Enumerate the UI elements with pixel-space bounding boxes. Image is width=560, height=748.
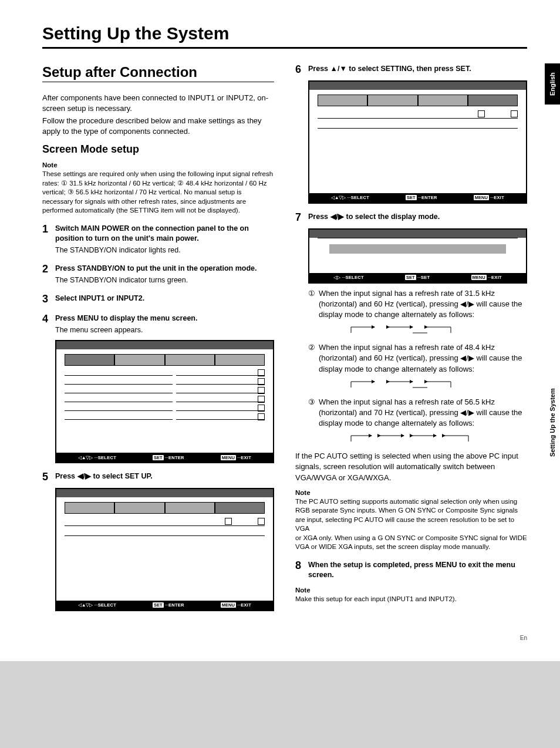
left-column: Setup after Connection After components … (42, 64, 274, 616)
note-label-3: Note (295, 587, 527, 594)
footer-select: SELECT (98, 455, 116, 460)
language-tab: English (545, 63, 560, 105)
footer-enter: ENTER (168, 455, 184, 460)
screen-mode-title: Screen Mode setup (42, 143, 274, 156)
step-6-bold: Press ▲/▼ to select SETTING, then press … (308, 65, 471, 73)
menu-screen-illustration-2: ◁▲▽▷ ···SELECT SET ···ENTER MENU ···EXIT (55, 488, 274, 611)
step-4-plain: The menu screen appears. (55, 325, 274, 336)
step-2: 2 Press STANDBY/ON to put the unit in th… (42, 264, 274, 285)
sub-item-1-text: When the input signal has a refresh rate… (319, 288, 527, 321)
step-1: 1 Switch MAIN POWER on the connection pa… (42, 224, 274, 256)
menu-screen-illustration-4: ◁▷ ···SELECT SET ···SET MENU ···EXIT (308, 228, 527, 284)
step-1-plain: The STANDBY/ON indicator lights red. (55, 245, 274, 256)
two-column-layout: Setup after Connection After components … (42, 64, 527, 616)
step-number: 2 (42, 264, 55, 285)
step-7-bold: Press ◀/▶ to select the display mode. (308, 213, 440, 221)
step-5-bold: Press ◀/▶ to select SET UP. (55, 472, 153, 480)
step-number: 4 (42, 314, 55, 335)
intro-paragraph-1: After components have been connected to … (42, 93, 274, 113)
note-label-2: Note (295, 489, 527, 496)
sub-item-2-text: When the input signal has a refresh rate… (319, 342, 527, 375)
step-8: 8 When the setup is completed, press MEN… (295, 560, 527, 581)
footer-set-btn: SET (153, 455, 164, 460)
final-note: Make this setup for each input (INPUT1 a… (295, 595, 527, 604)
menu-screen-illustration-3: ◁▲▽▷ ···SELECT SET ···ENTER MENU ···EXIT (308, 80, 527, 204)
step-7: 7 Press ◀/▶ to select the display mode. (295, 212, 527, 224)
step-8-bold: When the setup is completed, press MENU … (308, 561, 515, 579)
page-number-label: En (520, 635, 527, 641)
step-number: 8 (295, 560, 308, 581)
footer-exit: EXIT (241, 455, 251, 460)
sub-item-2: ② When the input signal has a refresh ra… (308, 342, 527, 375)
screen-mode-note: These settings are required only when us… (42, 170, 274, 215)
circled-3-icon: ③ (308, 397, 319, 429)
manual-page: English Setting Up the System Setting Up… (0, 0, 560, 661)
footer-menu-btn: MENU (221, 455, 236, 460)
circled-1-icon: ① (308, 288, 319, 321)
step-3-bold: Select INPUT1 or INPUT2. (55, 294, 144, 302)
step-2-plain: The STANDBY/ON indicator turns green. (55, 275, 274, 286)
step-6: 6 Press ▲/▼ to select SETTING, then pres… (295, 64, 527, 76)
menu-screen-illustration-1: ◁▲▽▷ ···SELECT SET ···ENTER MENU ···EXIT (55, 340, 274, 463)
page-title: Setting Up the System (42, 23, 527, 49)
section-tab: Setting Up the System (545, 382, 560, 464)
intro-paragraph-2: Follow the procedure described below and… (42, 116, 274, 136)
sub-item-3: ③ When the input signal has a refresh ra… (308, 397, 527, 429)
sub-item-3-text: When the input signal has a refresh rate… (319, 397, 527, 429)
step-number: 5 (42, 471, 55, 483)
page-number: En (42, 635, 527, 641)
arrow-diagram-2 (348, 377, 527, 391)
step-4: 4 Press MENU to display the menu screen.… (42, 314, 274, 335)
note-label: Note (42, 161, 274, 169)
step-3: 3 Select INPUT1 or INPUT2. (42, 294, 274, 305)
step-2-bold: Press STANDBY/ON to put the unit in the … (55, 264, 257, 272)
pc-auto-note: The PC AUTO setting supports automatic s… (295, 497, 527, 552)
setup-title: Setup after Connection (42, 64, 274, 82)
step-number: 3 (42, 294, 55, 305)
step-1-bold: Switch MAIN POWER on the connection pane… (55, 224, 249, 243)
step-number: 6 (295, 64, 308, 76)
step-number: 1 (42, 224, 55, 256)
step-number: 7 (295, 212, 308, 224)
step-5: 5 Press ◀/▶ to select SET UP. (42, 471, 274, 483)
right-column: 6 Press ▲/▼ to select SETTING, then pres… (295, 64, 527, 616)
step-4-bold: Press MENU to display the menu screen. (55, 314, 197, 322)
arrow-diagram-1 (348, 322, 527, 336)
pc-auto-paragraph: If the PC AUTO setting is selected when … (295, 451, 527, 483)
circled-2-icon: ② (308, 342, 319, 375)
arrow-diagram-3 (348, 431, 527, 445)
sub-item-1: ① When the input signal has a refresh ra… (308, 288, 527, 321)
